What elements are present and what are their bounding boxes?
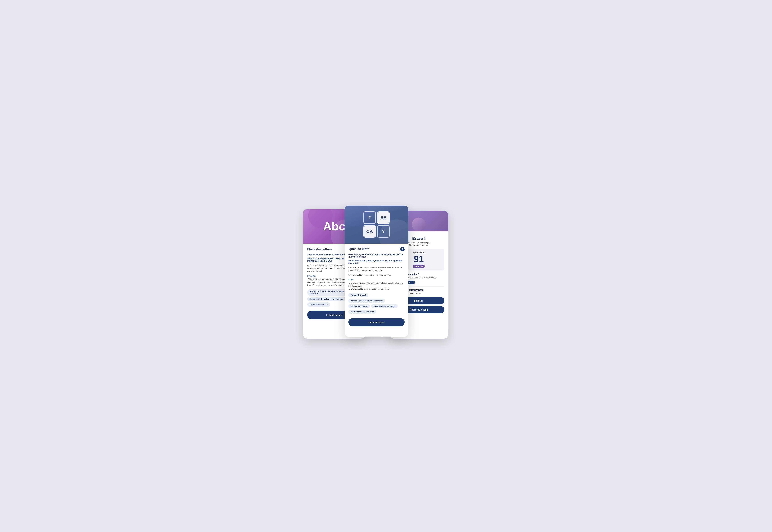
card-middle-description1: e activité permet au quotidien de facili… (348, 266, 405, 272)
card-middle-help-icon[interactable]: ? (400, 247, 405, 251)
card-middle-header: ? SE CA ? (345, 206, 408, 244)
mid-tag-2: xpression-Stock lexical phonétique (348, 299, 385, 303)
card-left-header-title: Abc (323, 220, 345, 233)
mid-tag-3: xpression-syntaxe (348, 304, 370, 308)
card-middle-title: uples de mots (348, 247, 369, 251)
avatar (412, 218, 426, 231)
perf-score: Score : 91/100 (408, 293, 421, 295)
score-badge: SUR 100 (413, 265, 425, 268)
mid-tag-1: émoire de travail (348, 293, 368, 297)
mid-tag-5: tructuration – association (348, 310, 376, 314)
card-middle: ? SE CA ? uples de mots ? osez les 4 syl… (345, 206, 408, 337)
mid-tag-4: Expression-sémantique (371, 304, 398, 308)
tile-4: ? (377, 225, 390, 238)
tile-grid: ? SE CA ? (363, 211, 390, 238)
tile-2: SE (377, 211, 390, 224)
card-middle-body: uples de mots ? osez les 4 syllabes dans… (345, 244, 408, 330)
card-middle-instruction1: osez les 4 syllabes dans le bon ordre po… (348, 253, 405, 258)
card-left-title: Place des lettres (307, 248, 332, 251)
card-middle-example-text: te activité améliore votre vitesse de ré… (348, 282, 405, 291)
card-middle-launch-button[interactable]: Lancer le jeu (348, 318, 405, 326)
card-middle-title-row: uples de mots ? (348, 247, 405, 251)
card-middle-instruction2: mots pluriels sont refusés, sauf s'ils e… (348, 259, 405, 264)
tile-3: CA (363, 225, 376, 238)
tag-3: Expression-syntaxe (307, 302, 330, 307)
tile-1: ? (363, 211, 376, 224)
card-middle-tags: émoire de travail xpression-Stock lexica… (348, 293, 405, 315)
card-middle-description2: ique au quotidien pour tout type de conv… (348, 274, 405, 277)
card-middle-example-label: mple: (348, 278, 405, 281)
tag-2: Expression-Stock lexical phonétique (307, 297, 345, 301)
scene: Abc Place des lettres ? Trouvez des mots… (303, 206, 469, 326)
